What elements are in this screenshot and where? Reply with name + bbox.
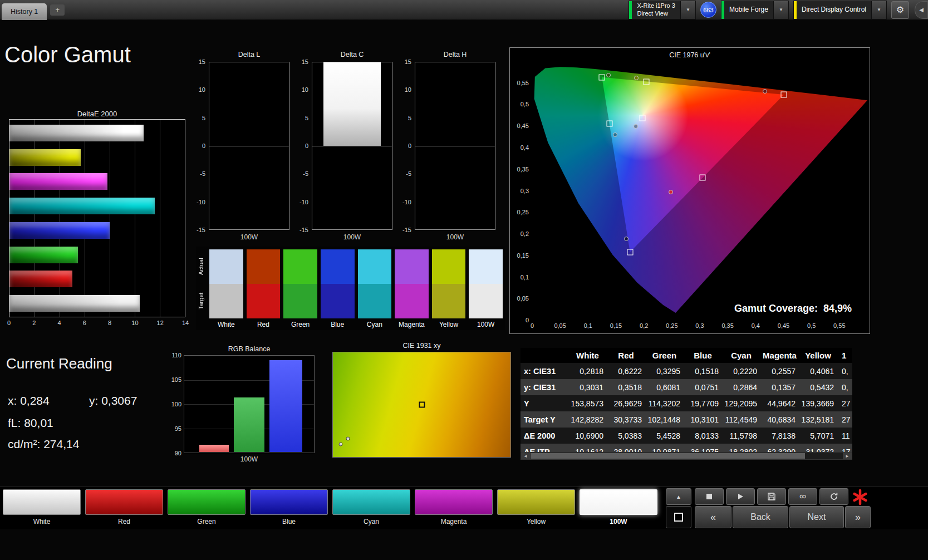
y-tick-label: -15 xyxy=(402,227,411,233)
deltae-bar-cyan xyxy=(9,198,155,214)
add-tab-button[interactable]: + xyxy=(50,4,65,16)
table-cell: 0,1518 xyxy=(684,367,722,376)
swatch-columns: WhiteRedGreenBlueCyanMagentaYellow100W xyxy=(209,249,503,328)
y-tick-label: 0,15 xyxy=(517,252,529,259)
table-row-label: y: CIE31 xyxy=(521,383,568,392)
swatch-label: White xyxy=(209,318,243,328)
data-points-layer xyxy=(532,61,867,320)
reading-cdm2: cd/m²: 274,14 xyxy=(8,438,79,451)
y-axis-labels: 151050-5-10-15 xyxy=(292,62,308,230)
table-cell: 139,3669 xyxy=(799,399,837,408)
chevron-down-icon[interactable]: ▼ xyxy=(871,1,886,19)
table-horizontal-scrollbar[interactable]: ◄ ► xyxy=(521,452,852,460)
source-selector[interactable]: Mobile Forge ▼ xyxy=(721,1,789,19)
x-tick-label: 10 xyxy=(131,320,138,326)
meter-selector[interactable]: X-Rite i1Pro 3 Direct View ▼ xyxy=(629,1,695,19)
loop-button[interactable]: ∞ xyxy=(788,488,817,505)
table-grid: WhiteRedGreenBlueCyanMagentaYellow1x: CI… xyxy=(521,348,852,452)
y-tick-label: 15 xyxy=(199,58,205,65)
table-cell: 114,3202 xyxy=(645,399,684,408)
chart-title: Delta H xyxy=(415,51,495,61)
table-cell: 142,8282 xyxy=(568,415,607,424)
patch-button-white[interactable] xyxy=(3,489,81,515)
target-yellow xyxy=(643,78,649,85)
patch-button-100w[interactable] xyxy=(580,489,657,515)
table-cell: 0,5432 xyxy=(799,383,837,392)
y-tick-label: 0,35 xyxy=(517,166,529,173)
y-tick-label: 0 xyxy=(305,143,308,149)
first-page-button[interactable]: « xyxy=(695,506,731,528)
scroll-right-icon[interactable]: ► xyxy=(843,453,852,459)
swatch-target xyxy=(247,284,281,318)
measured-red xyxy=(763,89,767,94)
y-tick-label: 0 xyxy=(408,143,411,149)
y-tick-label: 5 xyxy=(408,115,411,121)
reading-fl: fL: 80,01 xyxy=(8,416,53,430)
chevron-down-icon[interactable]: ▼ xyxy=(680,1,695,19)
back-button[interactable]: Back xyxy=(733,506,788,528)
table-header-cell: White xyxy=(568,351,607,360)
table-row: ΔE 200010,69005,03835,45288,013311,57987… xyxy=(521,428,852,444)
scrollbar-thumb[interactable] xyxy=(531,453,805,459)
stop-button[interactable] xyxy=(695,488,724,505)
target-red xyxy=(781,91,787,97)
y-tick-label: -10 xyxy=(299,199,308,205)
table-cell: 44,9642 xyxy=(760,399,799,408)
zero-line xyxy=(209,146,289,146)
swatch-label: Red xyxy=(247,318,281,328)
deltae-bar-100w xyxy=(9,295,140,312)
swatch-target xyxy=(358,284,392,318)
table-header-cell: Magenta xyxy=(760,351,799,360)
refresh-button[interactable] xyxy=(819,488,848,505)
table-header-cell: Red xyxy=(607,351,645,360)
patch-button-yellow[interactable] xyxy=(497,489,575,515)
target-green xyxy=(599,75,605,81)
spectracal-asterisk-button[interactable] xyxy=(850,488,871,506)
history-tab[interactable]: History 1 xyxy=(2,3,47,20)
x-tick-label: 4 xyxy=(58,320,61,326)
patch-label: Cyan xyxy=(332,518,410,525)
actual-vs-target-swatches: Actual Target WhiteRedGreenBlueCyanMagen… xyxy=(196,247,505,330)
swatch-target xyxy=(283,284,317,318)
chart-title: Delta C xyxy=(312,51,392,61)
red-asterisk-icon xyxy=(852,489,868,505)
y-tick-label: -15 xyxy=(197,227,205,233)
swatch-column-blue: Blue xyxy=(321,249,355,328)
x-tick-label: 0,55 xyxy=(833,322,845,329)
table-cell: 26,9629 xyxy=(607,399,645,408)
next-button[interactable]: Next xyxy=(789,506,844,528)
table-row: ΔE ITP10,161228,001010,087136,107518,280… xyxy=(521,444,852,452)
deltae-2000-chart xyxy=(9,119,185,317)
patch-button-blue[interactable] xyxy=(250,489,328,515)
reading-count-badge: 663 xyxy=(700,2,716,18)
swatch-label: Yellow xyxy=(432,318,466,328)
play-button[interactable] xyxy=(726,488,755,505)
y-tick-label: 5 xyxy=(305,115,308,121)
patch-button-magenta[interactable] xyxy=(415,489,493,515)
stop-icon xyxy=(706,494,712,499)
top-bar: History 1 + X-Rite i1Pro 3 Direct View ▼… xyxy=(0,0,928,20)
patch-button-red[interactable] xyxy=(85,489,163,515)
measured-yellow xyxy=(634,76,639,80)
x-tick-label: 14 xyxy=(182,320,189,326)
calman-window: History 1 + X-Rite i1Pro 3 Direct View ▼… xyxy=(0,0,928,560)
last-page-button[interactable]: » xyxy=(845,506,871,528)
settings-gear-icon[interactable]: ⚙ xyxy=(891,1,909,19)
chevron-down-icon[interactable]: ▼ xyxy=(773,1,788,19)
save-button[interactable] xyxy=(757,488,786,505)
collapse-panel-button[interactable]: ◀ xyxy=(915,1,928,19)
swatch-target xyxy=(321,284,355,318)
display-control-selector[interactable]: Direct Display Control ▼ xyxy=(793,1,887,19)
deltae-bar-blue xyxy=(9,222,110,239)
patch-button-green[interactable] xyxy=(168,489,245,515)
scroll-left-icon[interactable]: ◄ xyxy=(521,453,530,459)
x-axis-label: 100W xyxy=(312,233,392,241)
table-cell: 0,4061 xyxy=(799,367,837,376)
patch-button-cyan[interactable] xyxy=(332,489,410,515)
swatch-column-white: White xyxy=(209,249,243,328)
target-square xyxy=(419,402,425,408)
measured-cyan xyxy=(613,132,617,137)
up-arrow-button[interactable]: ▲ xyxy=(666,488,691,505)
pattern-window-button[interactable] xyxy=(666,506,691,528)
target-white xyxy=(640,115,646,121)
